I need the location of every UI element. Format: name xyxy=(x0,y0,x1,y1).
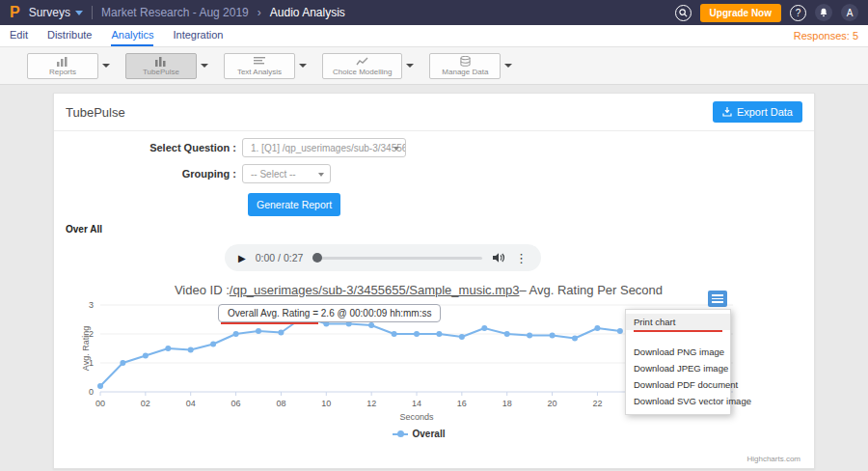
svg-text:Avg. Rating: Avg. Rating xyxy=(81,326,91,371)
svg-text:0: 0 xyxy=(89,387,94,397)
panel-title: TubePulse xyxy=(66,105,125,120)
question-select-value: 1. [Q1] /qp_userimages/sub-3/3455655/S..… xyxy=(251,143,406,153)
page-background: TubePulse Export Data Select Question : … xyxy=(0,85,868,471)
chart-context-menu: Print chart Download PNG image Download … xyxy=(625,309,731,415)
bar-chart-icon xyxy=(56,56,69,67)
menu-item-analytics[interactable]: Analytics xyxy=(111,25,153,46)
menu-item-download-svg[interactable]: Download SVG vector image xyxy=(626,393,730,409)
play-button[interactable]: ▶ xyxy=(238,253,246,263)
surveys-menu[interactable]: Surveys xyxy=(29,6,83,19)
chevron-down-icon xyxy=(318,173,324,177)
svg-text:18: 18 xyxy=(502,399,512,408)
help-button[interactable]: ? xyxy=(790,5,806,21)
tubepulse-panel: TubePulse Export Data Select Question : … xyxy=(53,93,815,469)
tool-manage-data: Manage Data xyxy=(429,53,512,79)
audio-player: ▶ 0:00 / 0:27 ⋮ xyxy=(225,244,541,271)
tool-tubepulse-label: TubePulse xyxy=(143,68,179,76)
highcharts-credit[interactable]: Highcharts.com xyxy=(746,455,800,463)
chart-container: Video ID :/qp_userimages/sub-3/3455655/S… xyxy=(81,283,756,439)
analytics-toolbar: Reports TubePulse Text Analysis Choice M… xyxy=(0,47,868,85)
search-icon xyxy=(679,9,688,17)
main-menubar: Edit Distribute Analytics Integration Re… xyxy=(0,25,868,47)
svg-text:22: 22 xyxy=(592,399,602,408)
export-data-label: Export Data xyxy=(737,106,793,118)
header-divider xyxy=(92,6,93,19)
bell-icon xyxy=(819,8,828,17)
menu-item-integration[interactable]: Integration xyxy=(173,25,223,46)
grouping-label: Grouping : xyxy=(54,168,242,180)
chart-title-file-path: /qp_userimages/sub-3/3455655/Sample_musi… xyxy=(230,283,520,297)
question-select[interactable]: 1. [Q1] /qp_userimages/sub-3/3455655/S..… xyxy=(242,138,406,157)
notifications-button[interactable] xyxy=(815,4,832,21)
responses-count[interactable]: Responses: 5 xyxy=(794,30,858,42)
database-icon xyxy=(459,56,472,67)
select-question-label: Select Question : xyxy=(54,142,242,153)
upgrade-now-button[interactable]: Upgrade Now xyxy=(700,4,781,22)
breadcrumb-separator: › xyxy=(258,6,261,19)
user-avatar[interactable]: A xyxy=(841,4,858,21)
grouping-row: Grouping : -- Select -- xyxy=(54,164,814,183)
select-question-row: Select Question : 1. [Q1] /qp_userimages… xyxy=(54,138,814,157)
menu-item-download-pdf[interactable]: Download PDF document xyxy=(626,376,730,393)
chevron-down-icon[interactable] xyxy=(504,64,512,68)
top-header: P Surveys Market Research - Aug 2019 › A… xyxy=(0,0,868,25)
export-icon xyxy=(722,107,732,117)
svg-text:14: 14 xyxy=(412,399,421,408)
line-chart-icon xyxy=(356,56,369,67)
svg-text:Seconds: Seconds xyxy=(399,412,434,422)
chart-title-prefix: Video ID : xyxy=(175,283,230,297)
hamburger-icon xyxy=(712,301,723,303)
tool-tubepulse: TubePulse xyxy=(125,53,208,79)
menu-item-print-chart[interactable]: Print chart xyxy=(626,314,730,330)
menu-item-distribute[interactable]: Distribute xyxy=(47,25,92,46)
annotation-underline-print xyxy=(634,330,722,332)
surveys-label: Surveys xyxy=(29,6,70,19)
chevron-down-icon xyxy=(393,147,399,151)
svg-text:08: 08 xyxy=(276,399,285,408)
tool-text-analysis-button[interactable]: Text Analysis xyxy=(224,53,295,79)
tool-reports-label: Reports xyxy=(49,68,76,76)
player-time: 0:00 / 0:27 xyxy=(256,252,304,263)
svg-text:00: 00 xyxy=(95,399,105,408)
player-menu-button[interactable]: ⋮ xyxy=(515,252,528,264)
grouping-select[interactable]: -- Select -- xyxy=(242,164,331,183)
chevron-down-icon[interactable] xyxy=(406,64,414,68)
svg-text:02: 02 xyxy=(141,399,150,408)
generate-report-button[interactable]: Generate Report xyxy=(248,193,340,216)
chart-context-menu-button[interactable] xyxy=(708,291,727,307)
tool-manage-data-button[interactable]: Manage Data xyxy=(429,53,501,79)
menu-item-download-png[interactable]: Download PNG image xyxy=(626,344,730,360)
seek-thumb[interactable] xyxy=(312,253,322,263)
annotation-underline-tooltip xyxy=(221,322,318,324)
svg-text:3: 3 xyxy=(89,300,94,310)
svg-text:06: 06 xyxy=(231,399,241,408)
tool-choice-modelling-button[interactable]: Choice Modelling xyxy=(322,53,402,79)
tool-reports: Reports xyxy=(27,53,110,79)
volume-icon[interactable] xyxy=(492,252,505,263)
search-button[interactable] xyxy=(675,5,692,21)
tool-tubepulse-button[interactable]: TubePulse xyxy=(125,53,197,79)
overall-section-label: Over All xyxy=(66,224,814,235)
text-chart-icon xyxy=(253,56,266,67)
seek-bar[interactable] xyxy=(312,257,482,260)
breadcrumb-project[interactable]: Market Research - Aug 2019 xyxy=(101,6,249,19)
chart-title-suffix: – Avg. Rating Per Second xyxy=(519,283,663,297)
chart-title: Video ID :/qp_userimages/sub-3/3455655/S… xyxy=(81,283,756,299)
svg-text:10: 10 xyxy=(321,399,331,408)
svg-text:20: 20 xyxy=(548,399,557,408)
chevron-down-icon[interactable] xyxy=(102,64,110,68)
tool-manage-data-label: Manage Data xyxy=(442,68,488,76)
chevron-down-icon[interactable] xyxy=(201,64,208,68)
export-data-button[interactable]: Export Data xyxy=(713,101,802,123)
menu-item-edit[interactable]: Edit xyxy=(10,25,28,46)
chart-legend[interactable]: Overall xyxy=(81,429,756,439)
svg-text:04: 04 xyxy=(186,399,196,408)
questionpro-logo[interactable]: P xyxy=(10,0,20,25)
chevron-down-icon[interactable] xyxy=(299,64,307,68)
panel-header: TubePulse Export Data xyxy=(54,94,814,130)
menu-item-download-jpeg[interactable]: Download JPEG image xyxy=(626,360,730,376)
grouping-select-value: -- Select -- xyxy=(251,169,296,180)
svg-text:12: 12 xyxy=(366,399,376,408)
tool-reports-button[interactable]: Reports xyxy=(27,53,98,79)
tool-choice-modelling-label: Choice Modelling xyxy=(333,68,392,76)
